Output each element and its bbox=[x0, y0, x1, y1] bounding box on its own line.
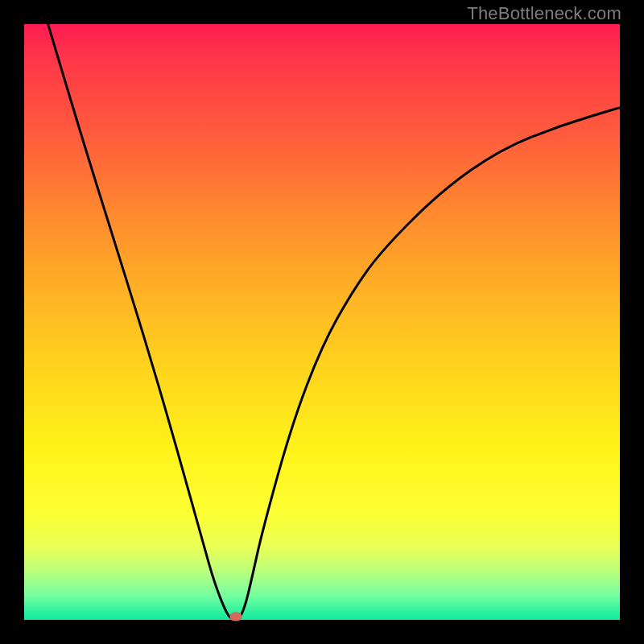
bottleneck-curve bbox=[48, 24, 620, 620]
minimum-marker bbox=[229, 613, 242, 621]
watermark-label: TheBottleneck.com bbox=[467, 3, 621, 24]
curve-svg bbox=[24, 24, 620, 620]
chart-frame: TheBottleneck.com bbox=[0, 0, 644, 644]
plot-area bbox=[24, 24, 620, 620]
